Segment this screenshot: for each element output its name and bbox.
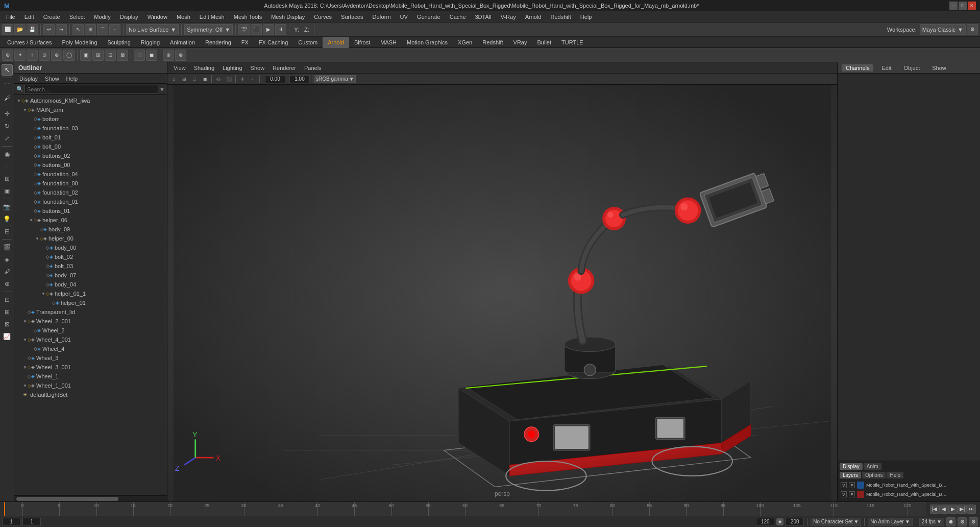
- edit-tab[interactable]: Edit: [877, 64, 895, 71]
- playback-start-input[interactable]: [22, 518, 41, 526]
- display-layers-btn[interactable]: ⊟: [2, 226, 13, 237]
- edge-btn[interactable]: ⊞: [2, 173, 13, 184]
- pause-btn[interactable]: ⏸: [275, 24, 286, 35]
- tree-arrow[interactable]: [41, 245, 46, 250]
- options-tab[interactable]: Options: [862, 472, 886, 478]
- tl-prev-btn[interactable]: |◀: [930, 505, 939, 514]
- tl-next-btn[interactable]: ▶|: [958, 505, 967, 514]
- anim-layer-dropdown[interactable]: No Anim Layer ▼: [868, 518, 913, 526]
- tree-arrow[interactable]: [29, 153, 34, 158]
- module-xgen[interactable]: XGen: [453, 37, 477, 48]
- tree-item-bolt_00[interactable]: ◇◈bolt_00: [14, 142, 167, 151]
- character-set-dropdown[interactable]: No Character Set ▼: [811, 518, 861, 526]
- tree-item-foundation_04[interactable]: ◇◈foundation_04: [14, 170, 167, 179]
- undo-btn[interactable]: ↩: [43, 24, 55, 35]
- tl-ff-btn[interactable]: ⏭: [967, 505, 976, 514]
- tree-item-transparent_lid[interactable]: ◇◈Transparent_lid: [14, 307, 167, 317]
- tree-arrow[interactable]: ▼: [22, 365, 28, 370]
- menu-surfaces[interactable]: Surfaces: [337, 13, 367, 21]
- new-scene-btn[interactable]: ⬜: [2, 24, 13, 35]
- ipr-btn[interactable]: ▶: [263, 24, 274, 35]
- menu-redshift[interactable]: Redshift: [546, 13, 575, 21]
- layer1-render[interactable]: P: [849, 482, 855, 488]
- menu-3dtall[interactable]: 3DTAll: [471, 13, 496, 21]
- open-btn[interactable]: 📂: [14, 24, 26, 35]
- vpt-home-btn[interactable]: ⌂: [169, 75, 179, 84]
- tree-item-body_04[interactable]: ◇◈body_04: [14, 280, 167, 289]
- maximize-button[interactable]: □: [959, 2, 967, 10]
- vp-view-menu[interactable]: View: [170, 64, 189, 71]
- tl-play-btn[interactable]: ▶: [948, 505, 958, 514]
- module-custom[interactable]: Custom: [293, 37, 323, 48]
- vp-renderer-menu[interactable]: Renderer: [270, 64, 299, 71]
- menu-mesh-display[interactable]: Mesh Display: [267, 13, 309, 21]
- anim-tab[interactable]: Anim: [864, 463, 881, 470]
- paint-tool-btn[interactable]: 🖌: [2, 92, 13, 104]
- menu-display[interactable]: Display: [116, 13, 142, 21]
- vp-panels-menu[interactable]: Panels: [301, 64, 325, 71]
- current-frame-input[interactable]: [2, 518, 20, 526]
- tree-item-helper_00[interactable]: ▼◇◈helper_00: [14, 234, 167, 243]
- tree-item-foundation_03[interactable]: ◇◈foundation_03: [14, 124, 167, 133]
- tree-arrow[interactable]: ▼: [22, 383, 28, 388]
- end-frame-input[interactable]: [786, 518, 804, 526]
- tree-arrow[interactable]: [29, 126, 34, 131]
- tree-item-bottom[interactable]: ◇◈bottom: [14, 114, 167, 124]
- menu-uv[interactable]: UV: [396, 13, 412, 21]
- tree-arrow[interactable]: [41, 264, 46, 269]
- auto-key-btn[interactable]: ⏺: [946, 517, 955, 526]
- tree-item-buttons_00[interactable]: ◇◈buttons_00: [14, 160, 167, 170]
- vpt-smooth-btn[interactable]: ◼: [200, 75, 209, 84]
- vertex-btn[interactable]: ·: [2, 161, 13, 172]
- vp-show-menu[interactable]: Show: [248, 64, 268, 71]
- module-bifrost[interactable]: Bifrost: [349, 37, 375, 48]
- tree-item-helper_01_1[interactable]: ▼◇◈helper_01_1: [14, 289, 167, 298]
- tree-item-wheel_3_001[interactable]: ▼◇◈Wheel_3_001: [14, 363, 167, 372]
- module-rendering[interactable]: Rendering: [200, 37, 236, 48]
- channels-tab[interactable]: Channels: [842, 64, 873, 71]
- key-settings-btn[interactable]: ⚙: [958, 517, 967, 526]
- viewport-canvas[interactable]: X Y Z persp: [167, 85, 837, 501]
- tree-arrow[interactable]: [29, 162, 34, 167]
- playback-end-input[interactable]: [756, 518, 774, 526]
- vp-lighting-menu[interactable]: Lighting: [219, 64, 246, 71]
- rotate-tool-btn[interactable]: ↻: [2, 121, 13, 132]
- tree-item-wheel_3[interactable]: ◇◈Wheel_3: [14, 353, 167, 363]
- menu-generate[interactable]: Generate: [413, 13, 445, 21]
- tb2-btn13[interactable]: ⊕: [163, 50, 174, 61]
- module-bullet[interactable]: Bullet: [532, 37, 557, 48]
- menu-file[interactable]: File: [2, 13, 19, 21]
- minimize-button[interactable]: –: [949, 2, 958, 10]
- tree-item-helper_06[interactable]: ▼◇◈helper_06: [14, 215, 167, 225]
- filter-icon[interactable]: ▼: [159, 86, 165, 92]
- save-btn[interactable]: 💾: [27, 24, 38, 35]
- no-live-surface-dropdown[interactable]: No Live Surface ▼: [126, 24, 179, 35]
- tb2-btn3[interactable]: ↑: [27, 50, 38, 61]
- scrollbar-thumb[interactable]: [16, 497, 118, 501]
- vpt-wireframe-btn[interactable]: □: [190, 75, 199, 84]
- timeline-ruler[interactable]: 0510152025303540455055606570758085909510…: [4, 502, 926, 516]
- menu-create[interactable]: Create: [39, 13, 64, 21]
- layers-tab[interactable]: Layers: [840, 472, 861, 478]
- module-fx-caching[interactable]: FX Caching: [254, 37, 293, 48]
- workspace-settings-btn[interactable]: ⚙: [967, 24, 978, 35]
- tree-arrow[interactable]: [35, 227, 40, 232]
- snap-point-btn[interactable]: ·: [109, 24, 120, 35]
- menu-deform[interactable]: Deform: [368, 13, 395, 21]
- menu-mesh-tools[interactable]: Mesh Tools: [230, 13, 266, 21]
- tree-arrow[interactable]: [29, 346, 34, 351]
- tb2-btn6[interactable]: ◯: [63, 50, 75, 61]
- tb2-btn10[interactable]: ⊠: [117, 50, 128, 61]
- module-rigging[interactable]: Rigging: [136, 37, 165, 48]
- tree-arrow[interactable]: [41, 282, 46, 287]
- tree-arrow[interactable]: ▼: [22, 319, 28, 324]
- menu-mesh[interactable]: Mesh: [173, 13, 194, 21]
- blend-shapes-btn[interactable]: ⊠: [2, 319, 13, 330]
- lasso-tool-btn[interactable]: ⌒: [2, 80, 13, 91]
- uv-editor-btn[interactable]: ⊞: [2, 306, 13, 318]
- tree-arrow[interactable]: [29, 190, 34, 195]
- module-motion-graphics[interactable]: Motion Graphics: [402, 37, 453, 48]
- module-sculpting[interactable]: Sculpting: [103, 37, 136, 48]
- layer2-vis[interactable]: V: [841, 491, 847, 497]
- menu-edit-mesh[interactable]: Edit Mesh: [195, 13, 229, 21]
